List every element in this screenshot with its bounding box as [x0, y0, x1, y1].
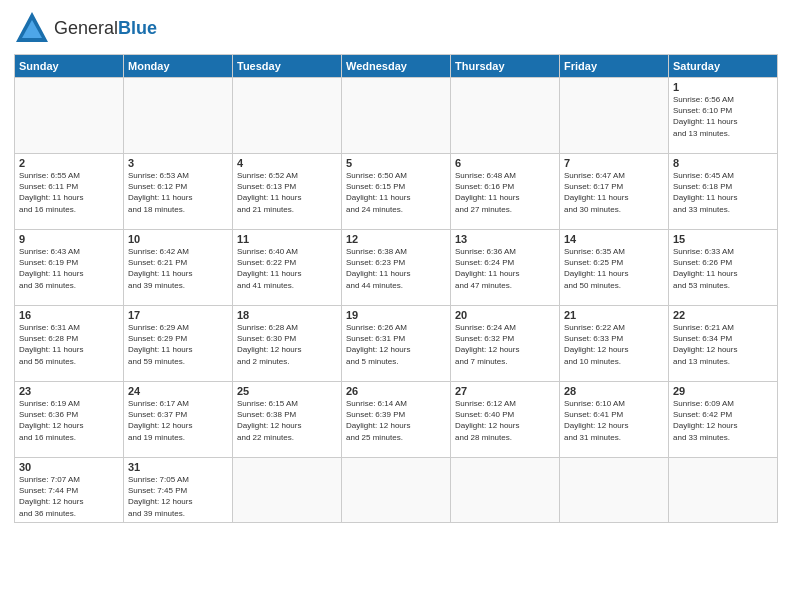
logo: GeneralBlue [14, 10, 157, 46]
calendar-cell: 1Sunrise: 6:56 AM Sunset: 6:10 PM Daylig… [669, 78, 778, 154]
calendar-cell: 11Sunrise: 6:40 AM Sunset: 6:22 PM Dayli… [233, 230, 342, 306]
calendar-cell [451, 458, 560, 523]
day-number: 28 [564, 385, 664, 397]
day-number: 14 [564, 233, 664, 245]
calendar-cell: 25Sunrise: 6:15 AM Sunset: 6:38 PM Dayli… [233, 382, 342, 458]
calendar-week-3: 9Sunrise: 6:43 AM Sunset: 6:19 PM Daylig… [15, 230, 778, 306]
page: GeneralBlue SundayMondayTuesdayWednesday… [0, 0, 792, 612]
day-number: 12 [346, 233, 446, 245]
header: GeneralBlue [14, 10, 778, 46]
calendar-cell [15, 78, 124, 154]
day-info: Sunrise: 6:33 AM Sunset: 6:26 PM Dayligh… [673, 246, 773, 291]
day-number: 7 [564, 157, 664, 169]
calendar-cell [342, 78, 451, 154]
calendar-cell: 17Sunrise: 6:29 AM Sunset: 6:29 PM Dayli… [124, 306, 233, 382]
weekday-header-friday: Friday [560, 55, 669, 78]
day-info: Sunrise: 6:31 AM Sunset: 6:28 PM Dayligh… [19, 322, 119, 367]
calendar-cell: 13Sunrise: 6:36 AM Sunset: 6:24 PM Dayli… [451, 230, 560, 306]
weekday-header-sunday: Sunday [15, 55, 124, 78]
calendar-cell: 9Sunrise: 6:43 AM Sunset: 6:19 PM Daylig… [15, 230, 124, 306]
day-info: Sunrise: 6:50 AM Sunset: 6:15 PM Dayligh… [346, 170, 446, 215]
calendar-cell: 15Sunrise: 6:33 AM Sunset: 6:26 PM Dayli… [669, 230, 778, 306]
calendar-cell: 27Sunrise: 6:12 AM Sunset: 6:40 PM Dayli… [451, 382, 560, 458]
day-info: Sunrise: 6:55 AM Sunset: 6:11 PM Dayligh… [19, 170, 119, 215]
day-number: 15 [673, 233, 773, 245]
calendar-cell: 4Sunrise: 6:52 AM Sunset: 6:13 PM Daylig… [233, 154, 342, 230]
calendar-cell: 5Sunrise: 6:50 AM Sunset: 6:15 PM Daylig… [342, 154, 451, 230]
day-number: 9 [19, 233, 119, 245]
day-number: 3 [128, 157, 228, 169]
day-info: Sunrise: 7:05 AM Sunset: 7:45 PM Dayligh… [128, 474, 228, 519]
calendar-cell: 30Sunrise: 7:07 AM Sunset: 7:44 PM Dayli… [15, 458, 124, 523]
day-info: Sunrise: 6:09 AM Sunset: 6:42 PM Dayligh… [673, 398, 773, 443]
day-info: Sunrise: 6:36 AM Sunset: 6:24 PM Dayligh… [455, 246, 555, 291]
calendar-week-5: 23Sunrise: 6:19 AM Sunset: 6:36 PM Dayli… [15, 382, 778, 458]
weekday-header-row: SundayMondayTuesdayWednesdayThursdayFrid… [15, 55, 778, 78]
day-info: Sunrise: 6:28 AM Sunset: 6:30 PM Dayligh… [237, 322, 337, 367]
day-number: 27 [455, 385, 555, 397]
day-info: Sunrise: 6:14 AM Sunset: 6:39 PM Dayligh… [346, 398, 446, 443]
day-number: 26 [346, 385, 446, 397]
calendar-week-2: 2Sunrise: 6:55 AM Sunset: 6:11 PM Daylig… [15, 154, 778, 230]
day-info: Sunrise: 6:21 AM Sunset: 6:34 PM Dayligh… [673, 322, 773, 367]
calendar-cell [560, 78, 669, 154]
day-info: Sunrise: 6:42 AM Sunset: 6:21 PM Dayligh… [128, 246, 228, 291]
day-number: 17 [128, 309, 228, 321]
day-info: Sunrise: 6:17 AM Sunset: 6:37 PM Dayligh… [128, 398, 228, 443]
day-number: 31 [128, 461, 228, 473]
day-info: Sunrise: 6:38 AM Sunset: 6:23 PM Dayligh… [346, 246, 446, 291]
day-info: Sunrise: 6:43 AM Sunset: 6:19 PM Dayligh… [19, 246, 119, 291]
calendar-cell: 7Sunrise: 6:47 AM Sunset: 6:17 PM Daylig… [560, 154, 669, 230]
day-info: Sunrise: 6:22 AM Sunset: 6:33 PM Dayligh… [564, 322, 664, 367]
day-number: 21 [564, 309, 664, 321]
day-number: 6 [455, 157, 555, 169]
day-number: 25 [237, 385, 337, 397]
day-info: Sunrise: 6:10 AM Sunset: 6:41 PM Dayligh… [564, 398, 664, 443]
calendar-cell: 6Sunrise: 6:48 AM Sunset: 6:16 PM Daylig… [451, 154, 560, 230]
day-info: Sunrise: 6:26 AM Sunset: 6:31 PM Dayligh… [346, 322, 446, 367]
weekday-header-thursday: Thursday [451, 55, 560, 78]
day-number: 19 [346, 309, 446, 321]
day-info: Sunrise: 7:07 AM Sunset: 7:44 PM Dayligh… [19, 474, 119, 519]
day-info: Sunrise: 6:45 AM Sunset: 6:18 PM Dayligh… [673, 170, 773, 215]
calendar-cell [124, 78, 233, 154]
day-number: 8 [673, 157, 773, 169]
calendar-cell: 2Sunrise: 6:55 AM Sunset: 6:11 PM Daylig… [15, 154, 124, 230]
day-number: 29 [673, 385, 773, 397]
calendar-cell: 10Sunrise: 6:42 AM Sunset: 6:21 PM Dayli… [124, 230, 233, 306]
weekday-header-saturday: Saturday [669, 55, 778, 78]
logo-text: GeneralBlue [54, 18, 157, 39]
day-info: Sunrise: 6:29 AM Sunset: 6:29 PM Dayligh… [128, 322, 228, 367]
day-info: Sunrise: 6:12 AM Sunset: 6:40 PM Dayligh… [455, 398, 555, 443]
day-info: Sunrise: 6:56 AM Sunset: 6:10 PM Dayligh… [673, 94, 773, 139]
calendar-cell: 23Sunrise: 6:19 AM Sunset: 6:36 PM Dayli… [15, 382, 124, 458]
calendar-cell: 28Sunrise: 6:10 AM Sunset: 6:41 PM Dayli… [560, 382, 669, 458]
day-number: 30 [19, 461, 119, 473]
day-info: Sunrise: 6:48 AM Sunset: 6:16 PM Dayligh… [455, 170, 555, 215]
day-number: 1 [673, 81, 773, 93]
calendar-cell: 8Sunrise: 6:45 AM Sunset: 6:18 PM Daylig… [669, 154, 778, 230]
day-number: 2 [19, 157, 119, 169]
calendar-cell: 31Sunrise: 7:05 AM Sunset: 7:45 PM Dayli… [124, 458, 233, 523]
calendar-cell: 21Sunrise: 6:22 AM Sunset: 6:33 PM Dayli… [560, 306, 669, 382]
logo-area: GeneralBlue [14, 10, 157, 46]
calendar-cell [560, 458, 669, 523]
logo-icon [14, 10, 50, 46]
calendar-cell: 24Sunrise: 6:17 AM Sunset: 6:37 PM Dayli… [124, 382, 233, 458]
calendar-cell: 26Sunrise: 6:14 AM Sunset: 6:39 PM Dayli… [342, 382, 451, 458]
day-info: Sunrise: 6:53 AM Sunset: 6:12 PM Dayligh… [128, 170, 228, 215]
day-number: 24 [128, 385, 228, 397]
calendar-cell: 3Sunrise: 6:53 AM Sunset: 6:12 PM Daylig… [124, 154, 233, 230]
day-info: Sunrise: 6:52 AM Sunset: 6:13 PM Dayligh… [237, 170, 337, 215]
calendar-cell [233, 78, 342, 154]
calendar-week-6: 30Sunrise: 7:07 AM Sunset: 7:44 PM Dayli… [15, 458, 778, 523]
weekday-header-monday: Monday [124, 55, 233, 78]
weekday-header-tuesday: Tuesday [233, 55, 342, 78]
day-info: Sunrise: 6:47 AM Sunset: 6:17 PM Dayligh… [564, 170, 664, 215]
calendar-cell: 29Sunrise: 6:09 AM Sunset: 6:42 PM Dayli… [669, 382, 778, 458]
day-info: Sunrise: 6:24 AM Sunset: 6:32 PM Dayligh… [455, 322, 555, 367]
day-number: 4 [237, 157, 337, 169]
day-info: Sunrise: 6:15 AM Sunset: 6:38 PM Dayligh… [237, 398, 337, 443]
day-info: Sunrise: 6:35 AM Sunset: 6:25 PM Dayligh… [564, 246, 664, 291]
calendar-cell [233, 458, 342, 523]
